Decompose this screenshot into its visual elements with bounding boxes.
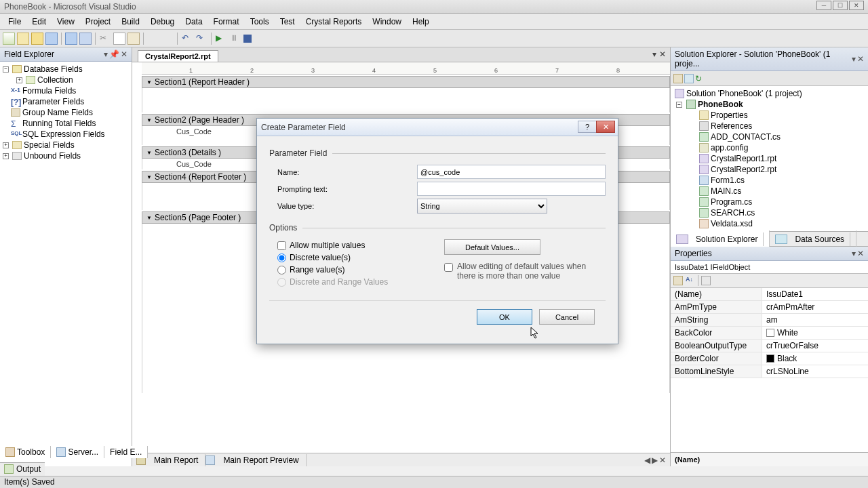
- dock-server[interactable]: Server...: [51, 446, 104, 458]
- document-tab[interactable]: CrystalReport2.rpt: [138, 50, 218, 62]
- tree-item-formula[interactable]: X-1Formula Fields: [1, 85, 130, 96]
- file-item[interactable]: CrystalReport2.rpt: [672, 164, 867, 175]
- step-into-icon[interactable]: [254, 33, 266, 45]
- properties-icon[interactable]: [673, 74, 683, 83]
- collapse-icon[interactable]: ▼: [146, 150, 152, 156]
- alphabetical-icon[interactable]: A↓: [686, 276, 695, 285]
- tree-item-parameter[interactable]: [?]Parameter Fields: [1, 96, 130, 107]
- maximize-icon[interactable]: ☐: [833, 1, 848, 10]
- property-row[interactable]: AmPmTypecrAmPmAfter: [671, 301, 868, 314]
- valuetype-select[interactable]: String: [417, 199, 547, 214]
- expand-icon[interactable]: −: [3, 66, 9, 73]
- property-row[interactable]: BackColorWhite: [671, 327, 868, 340]
- collapse-icon[interactable]: ▼: [146, 215, 152, 221]
- pause-icon[interactable]: ⏸: [229, 33, 241, 45]
- report-field[interactable]: Cus_Code: [176, 160, 212, 168]
- add-item-icon[interactable]: [17, 33, 29, 45]
- collapse-icon[interactable]: −: [676, 102, 682, 108]
- collapse-icon[interactable]: ▼: [146, 79, 152, 85]
- expand-icon[interactable]: +: [3, 153, 9, 159]
- property-row[interactable]: BooleanOutputTypecrTrueOrFalse: [671, 340, 868, 352]
- step-over-icon[interactable]: [268, 33, 280, 45]
- menu-window[interactable]: Window: [367, 15, 407, 28]
- tree-item-special[interactable]: +Special Fields: [1, 140, 130, 150]
- property-pages-icon[interactable]: [701, 276, 711, 285]
- property-row[interactable]: AmStringam: [671, 314, 868, 327]
- menu-help[interactable]: Help: [407, 15, 435, 28]
- menu-edit[interactable]: Edit: [26, 15, 52, 28]
- property-row[interactable]: (Name)IssuDate1: [671, 288, 868, 301]
- tree-item-collection[interactable]: +Collection: [1, 75, 130, 85]
- file-item[interactable]: app.config: [672, 142, 867, 153]
- project-node[interactable]: −PhoneBook: [672, 99, 867, 110]
- outdent-icon[interactable]: [147, 33, 159, 45]
- collapse-icon[interactable]: ▼: [146, 117, 152, 123]
- open-icon[interactable]: [31, 33, 43, 45]
- menu-debug[interactable]: Debug: [145, 15, 180, 28]
- folder-references[interactable]: References: [672, 121, 867, 131]
- pin-icon[interactable]: 📌: [109, 49, 119, 59]
- tree-item-database-fields[interactable]: −Database Fields: [1, 64, 130, 75]
- cancel-button[interactable]: Cancel: [539, 309, 595, 325]
- menu-build[interactable]: Build: [116, 15, 145, 28]
- tab-data-sources[interactable]: Data Sources: [770, 230, 856, 248]
- menu-tools[interactable]: Tools: [245, 15, 275, 28]
- ok-button[interactable]: OK: [477, 309, 532, 325]
- nav-left-icon[interactable]: ◀: [644, 455, 650, 465]
- section-header-1[interactable]: ▼Section1 (Report Header ): [142, 76, 670, 88]
- file-item[interactable]: Program.cs: [672, 197, 867, 207]
- dropdown-icon[interactable]: ▾: [852, 54, 856, 64]
- allow-edit-checkbox[interactable]: [444, 263, 453, 272]
- save-icon[interactable]: [45, 33, 58, 45]
- file-item[interactable]: ADD_CONTACT.cs: [672, 131, 867, 142]
- discrete-radio[interactable]: [277, 253, 286, 262]
- tab-main-report[interactable]: Main Report: [147, 454, 205, 466]
- tab-dropdown-icon[interactable]: ▾: [652, 49, 656, 59]
- tree-item-runningtotal[interactable]: ΣRunning Total Fields: [1, 118, 130, 129]
- step-out-icon[interactable]: [282, 33, 294, 45]
- solution-root[interactable]: Solution 'PhoneBook' (1 project): [672, 88, 867, 99]
- dock-fieldexp[interactable]: Field E...: [104, 446, 148, 458]
- redo-icon[interactable]: ↷: [195, 33, 208, 45]
- close-panel-icon[interactable]: ✕: [121, 49, 127, 59]
- refresh-icon[interactable]: ↻: [695, 74, 705, 83]
- save-all-icon[interactable]: [65, 33, 77, 45]
- menu-data[interactable]: Data: [180, 15, 208, 28]
- cut-icon[interactable]: ✂: [99, 33, 111, 45]
- file-item[interactable]: MAIN.cs: [672, 186, 867, 197]
- menu-format[interactable]: Format: [208, 15, 245, 28]
- menu-file[interactable]: File: [3, 15, 26, 28]
- default-values-button[interactable]: Default Values...: [444, 239, 540, 255]
- dialog-titlebar[interactable]: Create Parameter Field ? ✕: [257, 119, 618, 136]
- tab-close-icon[interactable]: ✕: [659, 49, 666, 59]
- dock-toolbox[interactable]: Toolbox: [0, 446, 51, 458]
- expand-icon[interactable]: +: [3, 142, 9, 148]
- nav-close-icon[interactable]: ✕: [659, 455, 666, 465]
- close-panel-icon[interactable]: ✕: [857, 54, 864, 64]
- stop-icon[interactable]: [243, 35, 252, 43]
- dropdown-icon[interactable]: ▾: [104, 49, 108, 59]
- menu-test[interactable]: Test: [275, 15, 300, 28]
- copy-icon[interactable]: [113, 33, 125, 45]
- nav-right-icon[interactable]: ▶: [652, 455, 658, 465]
- show-all-icon[interactable]: [684, 74, 694, 83]
- collapse-icon[interactable]: ▼: [146, 174, 152, 180]
- expand-icon[interactable]: +: [16, 77, 22, 83]
- name-input[interactable]: [417, 165, 606, 179]
- close-dialog-icon[interactable]: ✕: [596, 121, 615, 133]
- properties-object[interactable]: IssuDate1 IFieldObject: [671, 261, 868, 273]
- save-report-icon[interactable]: [79, 33, 92, 45]
- categorized-icon[interactable]: [673, 276, 683, 285]
- start-debug-icon[interactable]: ▶: [215, 33, 227, 45]
- minimize-icon[interactable]: ─: [816, 1, 831, 10]
- dropdown-icon[interactable]: ▾: [852, 249, 856, 258]
- property-row[interactable]: BorderColorBlack: [671, 352, 868, 365]
- close-icon[interactable]: ✕: [849, 1, 864, 10]
- range-radio[interactable]: [277, 266, 286, 274]
- undo-icon[interactable]: ↶: [181, 33, 193, 45]
- folder-properties[interactable]: Properties: [672, 110, 867, 121]
- file-item[interactable]: Form1.cs: [672, 175, 867, 186]
- tree-item-sqlexpr[interactable]: SQLSQL Expression Fields: [1, 129, 130, 140]
- new-project-icon[interactable]: [3, 33, 15, 45]
- menu-view[interactable]: View: [52, 15, 80, 28]
